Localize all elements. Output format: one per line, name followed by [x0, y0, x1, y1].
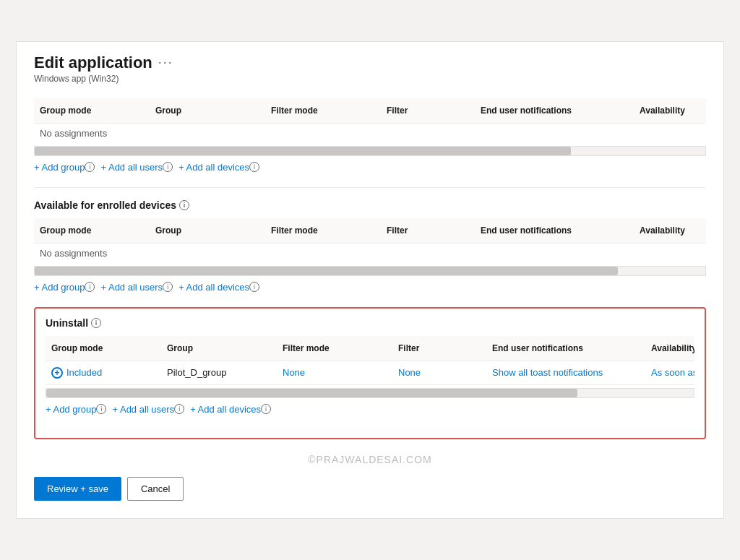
watermark: ©PRAJWALDESAI.COM: [34, 454, 706, 465]
add-links-1: + Add group i + Add all users i + Add al…: [34, 162, 706, 173]
page-header: Edit application ···: [34, 53, 706, 72]
col-group-1: Group: [150, 103, 265, 119]
add-group-link-2[interactable]: + Add group: [34, 282, 85, 293]
scrollbar-2[interactable]: [34, 266, 706, 276]
info-icon-available-enrolled[interactable]: i: [179, 200, 189, 210]
uninstall-title: Uninstall i: [46, 317, 694, 329]
filter-value[interactable]: None: [398, 367, 421, 378]
col-filter-mode-3: Filter mode: [277, 340, 392, 356]
page-container: Edit application ··· Windows app (Win32)…: [16, 41, 724, 520]
info-icon-add-devices-2[interactable]: i: [249, 282, 259, 292]
add-links-2: + Add group i + Add all users i + Add al…: [34, 282, 706, 293]
end-user-notifications-cell: Show all toast notifications: [486, 364, 645, 382]
info-icon-uninstall[interactable]: i: [91, 318, 101, 328]
info-icon-add-users-1[interactable]: i: [163, 162, 173, 172]
included-label[interactable]: Included: [66, 367, 102, 378]
availability-value: As soon as possibl: [651, 367, 694, 378]
col-availability-1: Availability: [634, 103, 706, 119]
add-links-3: + Add group i + Add all users i + Add al…: [46, 404, 694, 415]
show-toast-link[interactable]: Show all toast notifications: [492, 367, 603, 378]
filter-cell: None: [392, 364, 486, 381]
cancel-button[interactable]: Cancel: [127, 477, 184, 501]
info-icon-add-devices-1[interactable]: i: [249, 162, 259, 172]
uninstall-table-header: Group mode Group Filter mode Filter End …: [46, 336, 694, 361]
add-all-devices-link-3[interactable]: + Add all devices: [190, 404, 261, 415]
col-filter-mode-1: Filter mode: [265, 103, 381, 119]
no-assignments-2: No assignments: [34, 244, 706, 263]
more-options-icon[interactable]: ···: [158, 55, 173, 70]
add-all-users-link-2[interactable]: + Add all users: [100, 282, 163, 293]
info-icon-add-users-2[interactable]: i: [163, 282, 173, 292]
info-icon-add-group-3[interactable]: i: [96, 404, 106, 414]
col-filter-1: Filter: [381, 103, 475, 119]
col-end-user-1: End user notifications: [475, 103, 634, 119]
uninstall-section: Uninstall i Group mode Group Filter mode…: [34, 307, 706, 440]
col-end-user-2: End user notifications: [475, 223, 634, 238]
table-row: + Included Pilot_D_group None None Show …: [46, 361, 694, 386]
filter-mode-cell: None: [277, 364, 392, 381]
required-table-header: Group mode Group Filter mode Filter End …: [34, 98, 706, 124]
col-filter-3: Filter: [392, 340, 486, 356]
col-filter-2: Filter: [381, 223, 475, 238]
col-filter-mode-2: Filter mode: [265, 223, 381, 238]
add-all-devices-link-1[interactable]: + Add all devices: [178, 162, 249, 173]
available-enrolled-title: Available for enrolled devices i: [34, 199, 706, 211]
page-subtitle: Windows app (Win32): [34, 74, 706, 84]
required-section: Group mode Group Filter mode Filter End …: [34, 98, 706, 173]
divider-1: [34, 187, 706, 188]
included-plus-icon: +: [51, 367, 63, 379]
info-icon-add-group-1[interactable]: i: [85, 162, 95, 172]
required-table: Group mode Group Filter mode Filter End …: [34, 98, 706, 143]
info-icon-add-devices-3[interactable]: i: [261, 404, 271, 414]
page-title: Edit application: [34, 53, 152, 72]
group-mode-cell: + Included: [46, 364, 161, 382]
available-enrolled-section: Available for enrolled devices i Group m…: [34, 199, 706, 293]
col-availability-2: Availability: [634, 223, 706, 238]
col-group-mode-2: Group mode: [34, 223, 150, 238]
scrollbar-1[interactable]: [34, 146, 706, 156]
add-group-link-3[interactable]: + Add group: [46, 404, 96, 415]
add-group-link-1[interactable]: + Add group: [34, 162, 85, 173]
availability-cell: As soon as possibl: [645, 364, 694, 381]
add-all-devices-link-2[interactable]: + Add all devices: [178, 282, 249, 293]
filter-mode-value[interactable]: None: [283, 367, 305, 378]
group-cell: Pilot_D_group: [161, 364, 277, 381]
available-enrolled-table: Group mode Group Filter mode Filter End …: [34, 218, 706, 263]
info-icon-add-users-3[interactable]: i: [174, 404, 184, 414]
available-enrolled-table-header: Group mode Group Filter mode Filter End …: [34, 218, 706, 244]
col-end-user-3: End user notifications: [486, 340, 645, 356]
no-assignments-1: No assignments: [34, 124, 706, 143]
col-group-mode-3: Group mode: [46, 340, 161, 356]
col-group-3: Group: [161, 340, 277, 356]
col-availability-3: Availability: [645, 340, 694, 356]
col-group-mode-1: Group mode: [34, 103, 150, 119]
col-group-2: Group: [150, 223, 265, 238]
add-all-users-link-3[interactable]: + Add all users: [112, 404, 174, 415]
bottom-buttons: Review + save Cancel: [34, 477, 706, 501]
add-all-users-link-1[interactable]: + Add all users: [100, 162, 163, 173]
review-save-button[interactable]: Review + save: [34, 477, 121, 501]
scrollbar-3[interactable]: [46, 388, 694, 398]
info-icon-add-group-2[interactable]: i: [85, 282, 95, 292]
uninstall-table: Group mode Group Filter mode Filter End …: [46, 336, 694, 386]
